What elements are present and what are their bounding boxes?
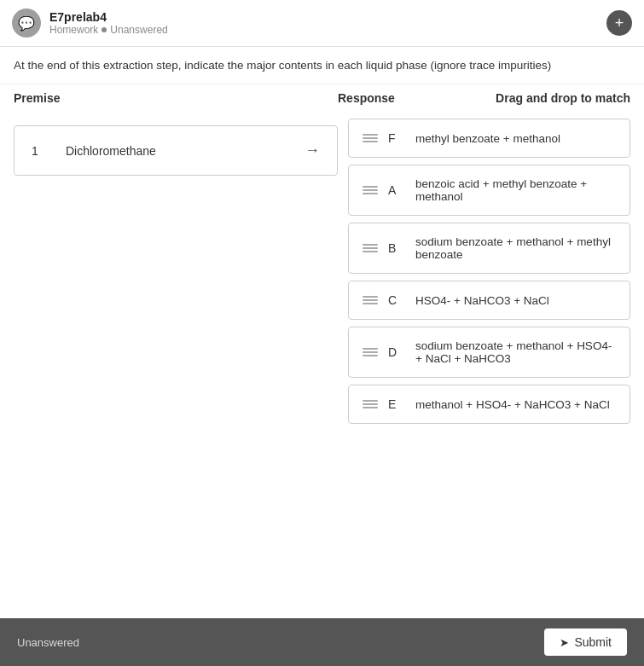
response-letter-d: D: [388, 345, 405, 359]
header-title: E7prelab4: [49, 10, 168, 24]
avatar: 💬: [12, 9, 41, 38]
premise-number: 1: [32, 144, 49, 158]
response-card-b[interactable]: B sodium benzoate + methanol + methyl be…: [348, 223, 630, 274]
drag-handle-b: [363, 244, 378, 252]
response-text-d: sodium benzoate + methanol + HSO4- + NaC…: [415, 339, 616, 365]
response-card-e[interactable]: E methanol + HSO4- + NaHCO3 + NaCl: [348, 385, 630, 424]
premise-text: Dichloromethane: [66, 144, 156, 158]
unanswered-label: Unanswered: [110, 24, 167, 36]
premise-card: 1 Dichloromethane →: [14, 125, 338, 176]
footer-status: Unanswered: [17, 636, 79, 649]
response-column-header: Response: [338, 91, 449, 105]
drag-handle-c: [363, 296, 378, 304]
column-headers: Premise Response Drag and drop to match: [0, 84, 644, 112]
drag-handle-a: [363, 186, 378, 194]
response-text-e: methanol + HSO4- + NaHCO3 + NaCl: [415, 398, 616, 411]
response-letter-b: B: [388, 241, 405, 255]
response-letter-c: C: [388, 293, 405, 307]
response-text-b: sodium benzoate + methanol + methyl benz…: [415, 235, 616, 261]
response-card-f[interactable]: F methyl benzoate + methanol: [348, 119, 630, 158]
premise-side: 1 Dichloromethane →: [14, 112, 338, 618]
premise-column-header: Premise: [14, 91, 338, 105]
main-content: 1 Dichloromethane → F methyl benzoate + …: [0, 112, 644, 618]
drag-column-header: Drag and drop to match: [449, 91, 630, 105]
drag-handle-e: [363, 400, 378, 408]
response-text-c: HSO4- + NaHCO3 + NaCl: [415, 294, 616, 307]
submit-icon: ➤: [560, 636, 569, 649]
header-info: E7prelab4 Homework Unanswered: [49, 10, 168, 36]
response-letter-f: F: [388, 131, 405, 145]
question-text: At the end of this extraction step, indi…: [0, 47, 644, 84]
drag-handle-d: [363, 348, 378, 356]
submit-label: Submit: [574, 635, 612, 649]
add-button[interactable]: +: [606, 10, 632, 36]
response-card-c[interactable]: C HSO4- + NaHCO3 + NaCl: [348, 281, 630, 320]
header-meta: Homework Unanswered: [49, 24, 168, 36]
add-icon: +: [615, 14, 624, 32]
response-side: F methyl benzoate + methanol A benzoic a…: [348, 112, 630, 618]
avatar-icon-symbol: 💬: [18, 15, 35, 32]
footer: Unanswered ➤ Submit: [0, 618, 644, 666]
response-letter-a: A: [388, 183, 405, 197]
dot-separator: [102, 27, 107, 32]
drag-handle-f: [363, 134, 378, 142]
response-letter-e: E: [388, 397, 405, 411]
header: 💬 E7prelab4 Homework Unanswered +: [0, 0, 644, 47]
header-left: 💬 E7prelab4 Homework Unanswered: [12, 9, 168, 38]
response-card-a[interactable]: A benzoic acid + methyl benzoate + metha…: [348, 165, 630, 216]
homework-label: Homework: [49, 24, 98, 36]
arrow-icon: →: [305, 142, 320, 159]
response-card-d[interactable]: D sodium benzoate + methanol + HSO4- + N…: [348, 327, 630, 378]
response-text-a: benzoic acid + methyl benzoate + methano…: [415, 177, 616, 203]
submit-button[interactable]: ➤ Submit: [544, 628, 627, 656]
response-text-f: methyl benzoate + methanol: [415, 132, 616, 145]
